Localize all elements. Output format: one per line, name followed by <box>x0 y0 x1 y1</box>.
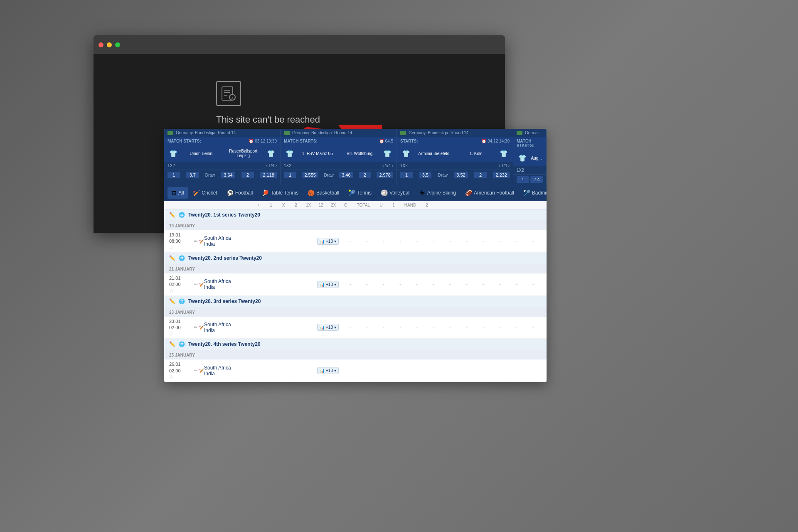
tab-volleyball[interactable]: 🏐 Volleyball <box>377 187 415 199</box>
date-19jan: 19 JANUARY <box>169 224 195 228</box>
card2-odds-draw-val[interactable]: 2.555 <box>302 172 318 178</box>
tab-cricket[interactable]: 🏏 Cricket <box>189 187 221 199</box>
card1-odds4[interactable]: 2.118 <box>260 172 277 178</box>
team-shirt-rasen: 👕 <box>265 148 277 159</box>
tab-all[interactable]: ⊞ All <box>167 187 188 199</box>
stats-btn-1[interactable]: 📊 +13 ▾ <box>317 238 339 245</box>
date-sep-19jan: 19 JANUARY <box>164 220 547 230</box>
globe-icon-4: 🌐 <box>179 341 185 347</box>
tab-badminton[interactable]: 🏸 Badminton <box>519 187 547 199</box>
card2-nav: ‹ 1/4 › <box>382 163 393 168</box>
date-sep-21jan: 21 JANUARY <box>164 264 547 273</box>
series-4-header: ✏️ 🌐 Twenty20. 4th series Twenty20 <box>164 339 547 350</box>
match-star-1[interactable]: ☆ <box>169 245 194 251</box>
odds-2-m2: - <box>375 281 392 287</box>
tab-football[interactable]: ⚽ Football <box>222 187 257 199</box>
match-star-4[interactable]: ☆ <box>169 374 194 380</box>
date-25jan: 25 JANUARY <box>169 353 195 357</box>
bar-chart-icon-1: 📊 <box>320 239 325 244</box>
card2-odds1[interactable]: 1 <box>284 172 296 178</box>
card2-league: Germany. Bundesliga. Round 14 <box>292 131 352 135</box>
card4-header: Germany. Bund... <box>513 129 546 137</box>
match-row-1[interactable]: 19.0108:30 ☆ ✏ 🏏 South Africa India 📊 +1… <box>164 230 547 253</box>
cricket-icon: 🏏 <box>193 190 200 196</box>
odds-12-m3: - <box>409 325 425 330</box>
tab-basketball[interactable]: 🏀 Basketball <box>303 187 343 199</box>
match-teams-3: South Africa India <box>204 322 314 333</box>
card4-starts: MATCH STARTS: <box>513 137 546 150</box>
dropdown-icon-2: ▾ <box>334 282 336 287</box>
maximize-button[interactable] <box>115 42 120 47</box>
tab-tennis[interactable]: 🎾 Tennis <box>344 187 376 199</box>
odds-x-m3: - <box>359 325 375 330</box>
card1-teams: 👕 Union Berlin RasenBallsport Leipzig 👕 <box>164 145 280 162</box>
match-card-2: Germany. Bundesliga. Round 14 MATCH STAR… <box>281 129 397 185</box>
card1-odds-draw-val[interactable]: 3.7 <box>186 172 199 178</box>
card1-odds1[interactable]: 1 <box>167 172 180 178</box>
close-button[interactable] <box>99 42 103 47</box>
tab-alpine-skiing[interactable]: ⛷ Alpine Skiing <box>416 187 460 199</box>
col-x: X <box>277 203 290 207</box>
match-star-2[interactable]: ☆ <box>169 288 194 294</box>
col-1x: 1X <box>302 203 315 207</box>
card1-starts-label: MATCH STARTS: <box>167 139 201 143</box>
card2-odds4[interactable]: 2.978 <box>377 172 393 178</box>
tab-badminton-label: Badminton <box>532 190 547 196</box>
tab-american-football[interactable]: 🏈 American Football <box>461 187 518 199</box>
team-shirt-union-berlin: 👕 <box>167 148 179 159</box>
desktop: :/ This site can't be reached 1xbet.com … <box>0 0 798 532</box>
card1-odds-values: 1 3.7 Draw 3.64 2 2.118 <box>164 170 280 180</box>
match-star-3[interactable]: ☆ <box>169 331 194 337</box>
card3-league: Germany. Bundesliga. Round 14 <box>409 131 468 135</box>
volleyball-icon: 🏐 <box>381 190 388 196</box>
minimize-button[interactable] <box>107 42 112 47</box>
stats-btn-3[interactable]: 📊 +13 ▾ <box>317 324 339 331</box>
dropdown-icon-3: ▾ <box>334 325 336 330</box>
series-3-title: Twenty20. 3rd series Twenty20 <box>188 298 261 304</box>
match-teams-1: South Africa India <box>204 235 314 247</box>
odds-u-m4: - <box>475 368 492 374</box>
team-name-rasen: RasenBallsport Leipzig <box>223 149 264 158</box>
stats-label-2: +13 <box>326 282 333 287</box>
match-row-3[interactable]: 23.0102:00 ☆ ✏ 🏏 South Africa India 📊 +1… <box>164 317 547 339</box>
card4-odds1[interactable]: 1 <box>517 176 529 183</box>
card3-time: ⏰ 04.12 14:30 <box>481 139 510 143</box>
date-21jan: 21 JANUARY <box>169 267 195 271</box>
tab-table-tennis[interactable]: 🏓 Table Tennis <box>258 187 303 199</box>
card2-odds3[interactable]: 2 <box>359 172 371 178</box>
col-hand: HAND <box>400 203 421 207</box>
match-row-2[interactable]: 21.0102:00 ☆ ✏ 🏏 South Africa India 📊 +1… <box>164 273 547 296</box>
card1-starts: MATCH STARTS: ⏰ 03.12 19:30 <box>164 137 280 145</box>
team-shirt-koln: 👕 <box>498 148 510 159</box>
odds-2h-m1: - <box>525 238 542 244</box>
card1-odds3[interactable]: 2 <box>241 172 254 178</box>
card3-odds-draw-val[interactable]: 3.5 <box>419 172 431 178</box>
card3-odds-nav: 1X2 ‹ 1/4 › <box>397 162 513 170</box>
card1-nav: ‹ 1/4 › <box>266 163 277 168</box>
card1-odds-nav: 1X2 ‹ 1/4 › <box>164 162 280 170</box>
card3-odds1[interactable]: 1 <box>400 172 413 178</box>
stats-btn-4[interactable]: 📊 +13 ▾ <box>317 367 339 374</box>
match-time-3: 23.0102:00 ☆ <box>169 318 194 337</box>
card2-odds2[interactable]: 3.46 <box>339 172 353 178</box>
card1-1x2-label: 1X2 <box>167 163 175 168</box>
odds-12-m1: - <box>409 238 425 244</box>
stats-label-1: +13 <box>326 239 333 244</box>
card3-odds3[interactable]: 2 <box>474 172 487 178</box>
stats-btn-2[interactable]: 📊 +13 ▾ <box>317 281 339 288</box>
team-shirt-wolfsburg: 👕 <box>382 148 393 159</box>
odds-hand-m2: - <box>508 281 525 287</box>
globe-icon-1: 🌐 <box>179 212 185 218</box>
team1-name-m3: South Africa <box>204 322 314 328</box>
card3-odds4[interactable]: 2.232 <box>493 172 510 178</box>
odds-2x-m4: - <box>425 368 442 374</box>
match-row-4[interactable]: 26.0102:00 ☆ ✏ 🏏 South Africa India 📊 +1… <box>164 360 547 382</box>
odds-2x-m3: - <box>425 325 442 330</box>
card3-odds2[interactable]: 3.52 <box>454 172 468 178</box>
series-2-header: ✏️ 🌐 Twenty20. 2nd series Twenty20 <box>164 253 547 264</box>
badminton-icon: 🏸 <box>523 190 530 196</box>
team-name-union-berlin: Union Berlin <box>181 151 222 156</box>
germany-flag-icon-3 <box>400 131 406 135</box>
card1-odds2[interactable]: 3.64 <box>221 172 235 178</box>
card4-odds-draw-val[interactable]: 2.4 <box>530 176 543 183</box>
